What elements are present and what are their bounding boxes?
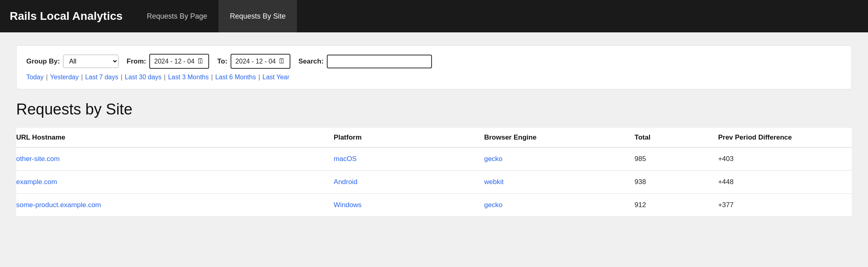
table-row: some-product.example.com Windows gecko 9… — [16, 194, 852, 217]
navbar: Rails Local Analytics Requests By Page R… — [0, 0, 868, 32]
table-row: example.com Android webkit 938 +448 — [16, 171, 852, 194]
sep-2: | — [81, 74, 83, 81]
cell-browser-2: gecko — [484, 194, 635, 217]
cell-diff-2: +377 — [718, 194, 852, 217]
quick-link-last-30-days[interactable]: Last 30 days — [125, 74, 162, 81]
tab-requests-by-page[interactable]: Requests By Page — [135, 0, 218, 32]
sep-4: | — [164, 74, 165, 81]
cell-diff-1: +448 — [718, 171, 852, 194]
col-header-platform: Platform — [334, 128, 484, 148]
quick-link-yesterday[interactable]: Yesterday — [50, 74, 79, 81]
quick-link-today[interactable]: Today — [26, 74, 44, 81]
sep-3: | — [121, 74, 122, 81]
platform-link-1[interactable]: Android — [334, 178, 358, 186]
browser-link-1[interactable]: webkit — [484, 178, 504, 186]
table-header-row: URL Hostname Platform Browser Engine Tot… — [16, 128, 852, 148]
platform-link-2[interactable]: Windows — [334, 201, 362, 209]
col-header-hostname: URL Hostname — [16, 128, 334, 148]
sep-1: | — [46, 74, 48, 81]
filter-bar: Group By: All Hostname Platform Browser … — [16, 45, 852, 89]
quick-links: Today | Yesterday | Last 7 days | Last 3… — [26, 74, 842, 81]
browser-link-2[interactable]: gecko — [484, 201, 502, 209]
hostname-link-2[interactable]: some-product.example.com — [16, 201, 101, 209]
col-header-browser: Browser Engine — [484, 128, 635, 148]
hostname-link-0[interactable]: other-site.com — [16, 155, 60, 163]
quick-link-last-7-days[interactable]: Last 7 days — [85, 74, 119, 81]
hostname-link-1[interactable]: example.com — [16, 178, 57, 186]
table-row: other-site.com macOS gecko 985 +403 — [16, 148, 852, 171]
cell-platform-2: Windows — [334, 194, 484, 217]
search-label: Search: — [299, 57, 324, 66]
from-group: From: 2024 - 12 - 04 🗓 — [127, 54, 209, 69]
from-calendar-icon: 🗓 — [197, 57, 204, 66]
quick-link-last-year[interactable]: Last Year — [263, 74, 290, 81]
sep-5: | — [211, 74, 213, 81]
cell-platform-0: macOS — [334, 148, 484, 171]
cell-total-0: 985 — [635, 148, 718, 171]
page-title: Requests by Site — [16, 101, 852, 118]
search-group: Search: — [299, 55, 432, 68]
from-label: From: — [127, 57, 146, 66]
cell-total-2: 912 — [635, 194, 718, 217]
data-table: URL Hostname Platform Browser Engine Tot… — [16, 128, 852, 217]
cell-hostname-1: example.com — [16, 171, 334, 194]
platform-link-0[interactable]: macOS — [334, 155, 357, 163]
cell-browser-0: gecko — [484, 148, 635, 171]
col-header-total: Total — [635, 128, 718, 148]
from-date-input[interactable]: 2024 - 12 - 04 🗓 — [149, 54, 209, 69]
to-label: To: — [217, 57, 227, 66]
main-content: Group By: All Hostname Platform Browser … — [0, 32, 868, 267]
filter-controls: Group By: All Hostname Platform Browser … — [26, 54, 842, 69]
to-group: To: 2024 - 12 - 04 🗓 — [217, 54, 290, 69]
nav-tabs: Requests By Page Requests By Site — [135, 0, 297, 32]
col-header-diff: Prev Period Difference — [718, 128, 852, 148]
to-calendar-icon: 🗓 — [278, 57, 286, 66]
group-by-group: Group By: All Hostname Platform Browser — [26, 55, 119, 68]
table-head: URL Hostname Platform Browser Engine Tot… — [16, 128, 852, 148]
table-body: other-site.com macOS gecko 985 +403 exam… — [16, 148, 852, 217]
sep-6: | — [258, 74, 260, 81]
search-input[interactable] — [327, 55, 432, 68]
group-by-select[interactable]: All Hostname Platform Browser — [63, 55, 119, 68]
to-date-value: 2024 - 12 - 04 — [235, 58, 276, 65]
browser-link-0[interactable]: gecko — [484, 155, 502, 163]
group-by-label: Group By: — [26, 57, 60, 66]
cell-diff-0: +403 — [718, 148, 852, 171]
quick-link-last-3-months[interactable]: Last 3 Months — [168, 74, 209, 81]
tab-requests-by-site[interactable]: Requests By Site — [218, 0, 297, 32]
cell-hostname-2: some-product.example.com — [16, 194, 334, 217]
app-brand: Rails Local Analytics — [10, 10, 123, 23]
cell-hostname-0: other-site.com — [16, 148, 334, 171]
quick-link-last-6-months[interactable]: Last 6 Months — [215, 74, 256, 81]
cell-total-1: 938 — [635, 171, 718, 194]
from-date-value: 2024 - 12 - 04 — [154, 58, 195, 65]
cell-browser-1: webkit — [484, 171, 635, 194]
cell-platform-1: Android — [334, 171, 484, 194]
to-date-input[interactable]: 2024 - 12 - 04 🗓 — [231, 54, 290, 69]
